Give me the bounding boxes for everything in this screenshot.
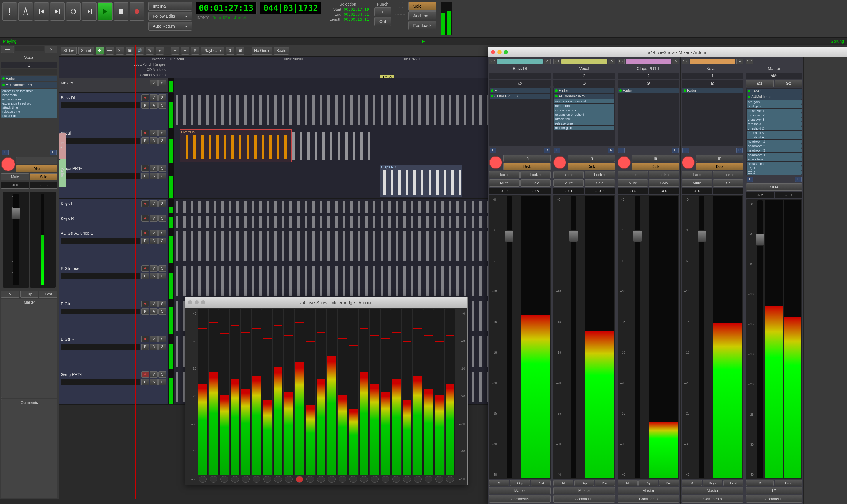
track-name[interactable]: Gang PRT-L bbox=[61, 372, 84, 377]
zoom-in-button[interactable]: + bbox=[181, 47, 189, 55]
track-shrink-button[interactable]: ⇕ bbox=[226, 47, 234, 55]
minimize-icon[interactable] bbox=[497, 50, 501, 54]
peak-readout[interactable]: -4.0 bbox=[649, 187, 679, 194]
sel-start-value[interactable]: 00:01:17:19 bbox=[344, 7, 369, 12]
bridge-rec-button[interactable] bbox=[392, 476, 400, 483]
plugin-param[interactable]: expansion ratio bbox=[554, 108, 614, 112]
track-name[interactable]: Keys R bbox=[61, 216, 74, 221]
track-g-button[interactable]: G bbox=[158, 308, 166, 315]
pan-r-button[interactable]: R bbox=[672, 148, 678, 153]
track-p-button[interactable]: P bbox=[141, 138, 149, 144]
strip-output-button[interactable]: Master bbox=[1, 299, 57, 398]
strip-hide-button[interactable]: ✕ bbox=[736, 58, 743, 65]
plugin-param[interactable]: release time bbox=[554, 121, 614, 125]
track-p-button[interactable]: P bbox=[141, 102, 149, 109]
gain-readout[interactable]: -0.0 bbox=[553, 187, 584, 194]
track-rec-button[interactable]: ● bbox=[141, 265, 149, 272]
strip-input-count[interactable]: 2 bbox=[618, 73, 679, 79]
mixer-strip-name[interactable]: Master bbox=[746, 65, 802, 72]
track-rec-button[interactable]: ● bbox=[141, 301, 149, 307]
follow-edits-button[interactable]: Follow Edits● bbox=[148, 12, 192, 21]
bridge-rec-button[interactable] bbox=[382, 476, 390, 483]
strip-grp-button[interactable]: Grp bbox=[20, 291, 39, 298]
plugin-param[interactable]: post-gain bbox=[746, 104, 802, 108]
pan-l-button[interactable]: L bbox=[490, 148, 496, 153]
track-name[interactable]: E Gtr Lead bbox=[61, 266, 81, 271]
mixer-output-button[interactable]: 1/2 bbox=[746, 487, 802, 494]
mixer-iso-button[interactable]: Iso ● bbox=[553, 171, 584, 178]
mixer-post-button[interactable]: Post bbox=[775, 480, 802, 486]
track-m-button[interactable]: M bbox=[150, 336, 158, 342]
strip-input-count[interactable]: 2 bbox=[553, 73, 615, 79]
track-p-button[interactable]: P bbox=[141, 173, 149, 179]
mixer-comments-button[interactable]: Comments bbox=[618, 495, 679, 503]
strip-hide-button[interactable]: ✕ bbox=[608, 58, 615, 65]
mixer-output-button[interactable]: Master bbox=[553, 487, 615, 494]
track-s-button[interactable]: S bbox=[158, 200, 166, 207]
track-rec-button[interactable]: ● bbox=[141, 215, 149, 222]
plugin-param[interactable]: headroom bbox=[554, 104, 614, 108]
secondary-clock[interactable]: 044|03|1732 bbox=[260, 2, 321, 14]
mixer-rec-button[interactable] bbox=[682, 156, 695, 169]
track-rec-button[interactable]: ● bbox=[141, 94, 149, 101]
plugin-param[interactable]: ompression threshold bbox=[1, 89, 57, 93]
punch-out-button[interactable]: Out bbox=[374, 17, 391, 26]
strip-input-count[interactable]: 1 bbox=[489, 73, 551, 79]
track-p-button[interactable]: P bbox=[141, 308, 149, 315]
strip-post-button[interactable]: Post bbox=[39, 291, 57, 298]
track-m-button[interactable]: M bbox=[150, 94, 158, 101]
pan-l-button[interactable]: L bbox=[618, 148, 625, 153]
mixer-output-button[interactable]: Master bbox=[682, 487, 743, 494]
track-s-button[interactable]: S bbox=[158, 230, 166, 236]
track-a-button[interactable]: A bbox=[150, 344, 158, 350]
track-s-button[interactable]: S bbox=[158, 371, 166, 378]
feedback-button[interactable]: Feedback bbox=[408, 21, 437, 30]
strip-fader-item[interactable]: Fader bbox=[1, 76, 57, 81]
pan-l-button[interactable]: L bbox=[746, 177, 753, 182]
mixer-rec-button[interactable] bbox=[618, 156, 631, 169]
plugin-param[interactable]: threshold 2 bbox=[746, 126, 802, 130]
sel-length-value[interactable]: 00:00:16:11 bbox=[344, 17, 369, 21]
track-name[interactable]: Keys L bbox=[61, 201, 73, 206]
plugin-item[interactable]: AUMultiband bbox=[746, 94, 802, 100]
track-fader[interactable] bbox=[61, 344, 140, 350]
plugin-param[interactable]: pre-gain bbox=[746, 100, 802, 104]
mixer-comments-button[interactable]: Comments bbox=[489, 495, 551, 503]
strip-width-button[interactable]: ⟷ bbox=[553, 58, 561, 65]
mixer-mute-button[interactable]: Mute bbox=[682, 179, 712, 187]
fader-processor[interactable]: Fader bbox=[682, 88, 743, 93]
plugin-param[interactable]: release time bbox=[1, 109, 57, 114]
bridge-rec-button[interactable] bbox=[360, 476, 368, 483]
bridge-rec-button[interactable] bbox=[403, 476, 411, 483]
strip-color[interactable] bbox=[625, 59, 671, 64]
strip-width-button[interactable]: ⟷ bbox=[618, 58, 625, 65]
track-fader[interactable] bbox=[61, 273, 140, 279]
bridge-rec-button[interactable] bbox=[425, 476, 433, 483]
track-m-button[interactable]: M bbox=[150, 230, 158, 236]
strip-hide-button[interactable]: ✕ bbox=[45, 46, 57, 53]
mixer-solo-button[interactable]: Solo bbox=[585, 179, 615, 187]
track-rec-button[interactable]: ● bbox=[141, 130, 149, 136]
smart-mode-button[interactable]: Smart bbox=[78, 47, 94, 55]
track-m-button[interactable]: M bbox=[150, 371, 158, 378]
plugin-param[interactable]: attack time bbox=[554, 117, 614, 121]
track-a-button[interactable]: A bbox=[150, 308, 158, 315]
plugin-param[interactable]: attack time bbox=[1, 105, 57, 109]
track-p-button[interactable]: P bbox=[141, 273, 149, 280]
mixer-strip-name[interactable]: Bass DI bbox=[489, 65, 551, 72]
mixer-rec-button[interactable] bbox=[553, 156, 566, 169]
plugin-param[interactable]: threshold 4 bbox=[746, 135, 802, 139]
track-p-button[interactable]: P bbox=[141, 238, 149, 244]
track-m-button[interactable]: M bbox=[150, 80, 158, 86]
plugin-param[interactable]: headroom 4 bbox=[746, 153, 802, 157]
strip-comments-button[interactable]: Comments bbox=[1, 399, 57, 498]
track-name[interactable]: Bass DI bbox=[61, 95, 75, 100]
mixer-lock-button[interactable]: Lock ● bbox=[520, 171, 551, 178]
edit-mode-slide[interactable]: Slide ▾ bbox=[61, 47, 76, 55]
gain-readout[interactable]: -6.2 bbox=[746, 192, 774, 198]
track-name[interactable]: Master bbox=[61, 81, 73, 85]
track-fader[interactable] bbox=[61, 103, 140, 108]
mixer-output-button[interactable]: Master bbox=[618, 487, 679, 494]
mixer-m-button[interactable]: M bbox=[618, 480, 638, 486]
phase-button[interactable]: Ø bbox=[618, 80, 679, 87]
